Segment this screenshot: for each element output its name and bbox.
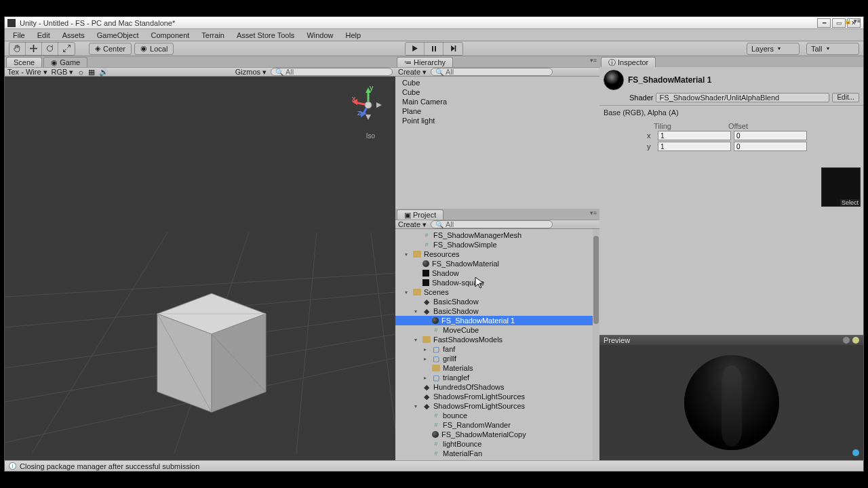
project-item[interactable]: #MaterialFan — [395, 449, 599, 458]
preview-color-icon[interactable] — [843, 337, 850, 344]
maximize-button[interactable]: ▭ — [832, 18, 846, 28]
tiling-x-field[interactable] — [658, 131, 731, 140]
project-item[interactable]: Shadow-square — [395, 278, 599, 287]
scene-viewport[interactable]: x y z Iso — [5, 77, 395, 460]
project-item[interactable]: FS_ShadowMaterial 1 — [395, 316, 599, 325]
pivot-toggle[interactable]: ◈Center — [89, 43, 132, 55]
menu-help[interactable]: Help — [340, 30, 367, 41]
hierarchy-options-icon[interactable]: ▾≡ — [590, 57, 597, 64]
shading-dropdown[interactable]: Tex - Wire▾ — [7, 68, 47, 77]
project-item[interactable]: #lightBounce — [395, 439, 599, 449]
folder-icon — [432, 365, 440, 371]
project-options-icon[interactable]: ▾≡ — [590, 209, 597, 216]
shader-edit-button[interactable]: Edit... — [832, 93, 859, 102]
project-item[interactable]: FS_ShadowMaterial — [395, 259, 599, 268]
scale-tool[interactable] — [58, 43, 75, 55]
menu-edit[interactable]: Edit — [32, 30, 56, 41]
project-item[interactable]: ▾◆BasicShadow — [395, 306, 599, 316]
hand-tool[interactable] — [9, 43, 26, 55]
project-item[interactable]: ▾FastShadowsModels — [395, 335, 599, 344]
tab-game[interactable]: ◉Game — [43, 57, 87, 67]
offset-y-field[interactable] — [734, 142, 807, 151]
scene-fx-icon[interactable]: ▦ — [88, 68, 95, 77]
hierarchy-item[interactable]: Cube — [395, 78, 599, 87]
play-button[interactable] — [406, 43, 425, 55]
hierarchy-item[interactable]: Point light — [395, 116, 599, 125]
project-item[interactable]: #bounce — [395, 411, 599, 420]
scene-light-icon[interactable]: ☼ — [77, 68, 84, 76]
project-item[interactable]: ▸▢grillf — [395, 354, 599, 363]
cs-icon: # — [422, 241, 431, 248]
project-item[interactable]: #FS_ShadowManagerMesh — [395, 230, 599, 240]
projection-label: Iso — [366, 132, 375, 140]
svg-rect-2 — [454, 45, 456, 52]
unity-icon: ◆ — [422, 384, 431, 390]
hierarchy-create[interactable]: Create▾ — [398, 68, 427, 77]
project-item[interactable]: #MoveCube — [395, 325, 599, 335]
tiling-y-field[interactable] — [658, 142, 731, 151]
project-search[interactable]: 🔍All — [431, 220, 553, 228]
gizmos-dropdown[interactable]: Gizmos▾ — [235, 68, 267, 77]
space-toggle[interactable]: ◉Local — [134, 43, 174, 55]
menu-terrain[interactable]: Terrain — [196, 30, 230, 41]
orientation-gizmo[interactable]: x y z — [349, 86, 387, 124]
menu-file[interactable]: File — [7, 30, 31, 41]
project-item[interactable]: ▸▢fanf — [395, 344, 599, 354]
hierarchy-item[interactable]: Main Camera — [395, 97, 599, 106]
hierarchy-item[interactable]: Cube — [395, 87, 599, 97]
menu-assets[interactable]: Assets — [57, 30, 90, 41]
menu-assetstoretools[interactable]: Asset Store Tools — [231, 30, 300, 41]
scene-audio-icon[interactable]: 🔊 — [99, 68, 108, 77]
rotate-tool[interactable] — [42, 43, 58, 55]
pause-button[interactable] — [425, 43, 443, 55]
hierarchy-list[interactable]: CubeCubeMain CameraPlanePoint light — [395, 77, 599, 209]
step-button[interactable] — [443, 43, 462, 55]
scene-search[interactable]: 🔍All — [271, 68, 393, 76]
hierarchy-item[interactable]: Plane — [395, 106, 599, 116]
preview-viewport[interactable] — [599, 345, 863, 460]
project-item[interactable]: #FS_RandomWander — [395, 420, 599, 430]
tab-project[interactable]: ▣ Project — [397, 209, 443, 220]
menu-gameobject[interactable]: GameObject — [92, 30, 144, 41]
project-item[interactable]: Materials — [395, 363, 599, 373]
preview-handle-icon[interactable] — [852, 449, 859, 456]
move-tool[interactable] — [26, 43, 42, 55]
project-item[interactable]: ◆ShadowsFromLightSources — [395, 392, 599, 401]
texture-slot[interactable]: Select — [821, 167, 861, 207]
minimize-button[interactable]: ━ — [817, 18, 831, 28]
scroll-thumb[interactable] — [593, 236, 599, 324]
hierarchy-search[interactable]: 🔍All — [431, 68, 553, 76]
shader-dropdown[interactable]: FS_ShadowShader/UnlitAlphaBlend — [656, 93, 829, 102]
rendermode-dropdown[interactable]: RGB▾ — [52, 68, 74, 77]
tab-hierarchy[interactable]: ≔ Hierarchy — [397, 57, 453, 67]
preview-light-icon[interactable] — [852, 337, 859, 344]
project-item[interactable]: ▾Scenes — [395, 287, 599, 297]
project-item[interactable]: ◆BasicShadow — [395, 297, 599, 306]
tab-inspector[interactable]: ⓘ Inspector — [601, 57, 656, 67]
texture-select-button[interactable]: Select — [840, 199, 860, 206]
project-tree[interactable]: #FS_ShadowManagerMesh#FS_ShadowSimple▾Re… — [395, 229, 599, 460]
menu-component[interactable]: Component — [145, 30, 195, 41]
offset-x-field[interactable] — [734, 131, 807, 140]
project-item[interactable]: ▾Resources — [395, 249, 599, 259]
project-item[interactable]: FS_ShadowMaterialCopy — [395, 430, 599, 439]
tab-scene[interactable]: Scene — [6, 57, 42, 67]
pref-icon: ▢ — [432, 346, 440, 352]
project-item[interactable]: #FS_ShadowSimple — [395, 240, 599, 249]
layout-dropdown[interactable]: Tall — [806, 43, 859, 55]
project-item[interactable]: Shadow — [395, 268, 599, 278]
project-scrollbar[interactable] — [593, 229, 599, 460]
x-label: x — [647, 131, 655, 140]
layers-dropdown[interactable]: Layers — [747, 43, 800, 55]
menu-window[interactable]: Window — [301, 30, 338, 41]
project-create[interactable]: Create▾ — [398, 220, 427, 229]
cs-icon: # — [432, 441, 440, 447]
project-item[interactable]: ◆HundredsOfShadows — [395, 382, 599, 392]
project-item[interactable]: ▸▢trianglef — [395, 373, 599, 382]
svg-line-11 — [371, 232, 395, 429]
unity-icon: ◆ — [422, 393, 431, 400]
project-item[interactable]: ▾◆ShadowsFromLightSources — [395, 401, 599, 411]
cs-icon: # — [432, 450, 440, 457]
hierarchy-panel: ≔ Hierarchy ▾≡ Create▾ 🔍All CubeCubeMain… — [395, 56, 599, 209]
preview-panel: Preview — [599, 335, 863, 460]
